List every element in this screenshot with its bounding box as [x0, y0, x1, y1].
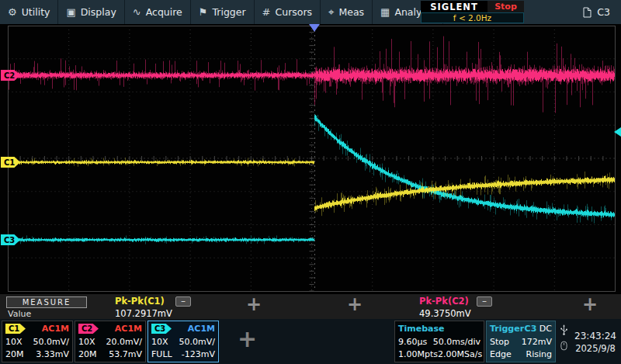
measure-slot2-remove-button[interactable]: –: [477, 296, 492, 307]
trigger-title: Trigger: [490, 323, 524, 335]
utility-icon: ⚙: [8, 6, 17, 18]
timebase-sample-rate: 2.00MSa/s: [438, 348, 482, 360]
analysis-icon: ▦: [380, 6, 390, 18]
c2-offset: 53.7mV: [109, 348, 142, 360]
active-channel-badge[interactable]: C3: [583, 0, 610, 24]
timebase-memory: 1.00Mpts: [398, 348, 438, 360]
trigger-level-marker[interactable]: [614, 127, 621, 137]
c1-probe: 10X: [5, 336, 23, 348]
trigger-box[interactable]: Trigger C3 DC Stop 172mV Edge Rising: [486, 321, 556, 362]
mouse-icon: [560, 341, 567, 351]
top-menu-bar: ⚙ Utility ▣ Display ∿ Acquire ⚑ Trigger …: [0, 0, 621, 24]
c2-coupling: AC1M: [115, 323, 142, 335]
oscilloscope-screen: ⚙ Utility ▣ Display ∿ Acquire ⚑ Trigger …: [0, 0, 621, 364]
add-channel-button[interactable]: +: [238, 325, 257, 352]
menu-item-meas[interactable]: ⌖ Meas: [321, 0, 373, 24]
trigger-position-marker[interactable]: [309, 24, 320, 32]
clock-date: 2025/9/8: [574, 343, 616, 355]
measure-bar: MEASURE Value Pk-Pk(C1) – 107.2917mV + +…: [0, 293, 621, 319]
menu-item-trigger[interactable]: ⚑ Trigger: [191, 0, 255, 24]
c2-probe: 10X: [78, 336, 95, 348]
main-menu: ⚙ Utility ▣ Display ∿ Acquire ⚑ Trigger …: [0, 0, 443, 24]
c2-bandwidth: 20M: [78, 348, 97, 360]
menu-label: Acquire: [146, 6, 182, 18]
cursors-icon: #: [262, 6, 271, 18]
menu-item-utility[interactable]: ⚙ Utility: [0, 0, 58, 24]
trigger-mode: Edge: [490, 348, 512, 360]
menu-label: Display: [81, 6, 116, 18]
channel3-info-box[interactable]: C3 AC1M 10X 50.0mV/ FULL -123mV: [147, 321, 219, 362]
c3-bandwidth: FULL: [151, 348, 172, 360]
trigger-slope: Rising: [526, 348, 552, 360]
clock-time: 23:43:24: [574, 330, 616, 343]
menu-label: Trigger: [212, 6, 245, 18]
c3-channel-tag: C3: [151, 324, 172, 334]
brand-logo: SIGLENT: [421, 1, 487, 12]
menu-label: Meas: [338, 6, 364, 18]
c1-offset: 3.33mV: [36, 348, 69, 360]
c2-scale: 20.0mV/: [106, 336, 142, 348]
channel1-info-box[interactable]: C1 AC1M 10X 50.0mV/ 20M 3.33mV: [2, 321, 73, 362]
channel2-info-box[interactable]: C2 AC1M 10X 20.0mV/ 20M 53.7mV: [75, 321, 146, 362]
measure-icon: ⌖: [328, 6, 334, 19]
measure-title: MEASURE: [6, 296, 87, 308]
c1-coupling: AC1M: [42, 323, 69, 335]
measure-slot2-value: 49.3750mV: [419, 308, 471, 319]
measure-slot1-value: 107.2917mV: [115, 308, 172, 319]
c1-channel-tag: C1: [5, 324, 26, 334]
timebase-box[interactable]: Timebase 9.60μs 50.0ms/div 1.00Mpts 2.00…: [394, 321, 484, 362]
add-measure-button[interactable]: +: [347, 293, 363, 315]
acquire-icon: ∿: [133, 6, 141, 18]
trigger-status: Stop: [490, 336, 509, 348]
clock: 23:43:24 2025/9/8: [574, 330, 616, 355]
document-icon: [583, 7, 592, 18]
c1-scale: 50.0mV/: [33, 336, 69, 348]
c3-coupling: AC1M: [188, 323, 215, 335]
trigger-level: 172mV: [522, 336, 552, 348]
active-channel-label: C3: [597, 6, 610, 18]
trigger-coupling: DC: [539, 324, 552, 334]
timebase-scale: 50.0ms/div: [433, 336, 480, 348]
trigger-source: C3: [525, 324, 537, 334]
menu-item-cursors[interactable]: # Cursors: [255, 0, 321, 24]
bottom-status-bar: C1 AC1M 10X 50.0mV/ 20M 3.33mV C2 AC1M 1…: [0, 319, 621, 364]
timebase-title: Timebase: [398, 323, 445, 335]
measure-slot1-remove-button[interactable]: –: [175, 296, 191, 307]
menu-label: Cursors: [275, 6, 312, 18]
trigger-flag-icon: ⚑: [199, 6, 208, 18]
c3-probe: 10X: [151, 336, 168, 348]
trigger-frequency-readout: f < 2.0Hz: [421, 12, 524, 23]
menu-label: Utility: [22, 6, 50, 18]
measure-slot1-label: Pk-Pk(C1): [115, 296, 165, 307]
add-measure-button[interactable]: +: [582, 293, 598, 315]
c2-channel-tag: C2: [78, 324, 99, 334]
measure-value-row-label: Value: [8, 309, 31, 319]
menu-item-display[interactable]: ▣ Display: [58, 0, 124, 24]
c3-offset: -123mV: [182, 348, 215, 360]
usb-icon: [560, 324, 568, 336]
c1-bandwidth: 20M: [5, 348, 24, 360]
run-state-badge: Stop: [487, 1, 524, 12]
add-measure-button[interactable]: +: [246, 293, 262, 315]
menu-item-acquire[interactable]: ∿ Acquire: [125, 0, 191, 24]
measure-slot2-label: Pk-Pk(C2): [419, 296, 469, 307]
c3-scale: 50.0mV/: [179, 336, 215, 348]
timebase-delay: 9.60μs: [398, 336, 427, 348]
peripheral-icons: [557, 324, 570, 351]
display-icon: ▣: [66, 6, 75, 18]
acquisition-status: SIGLENT Stop f < 2.0Hz: [421, 1, 524, 23]
waveform-grid[interactable]: [0, 24, 621, 293]
